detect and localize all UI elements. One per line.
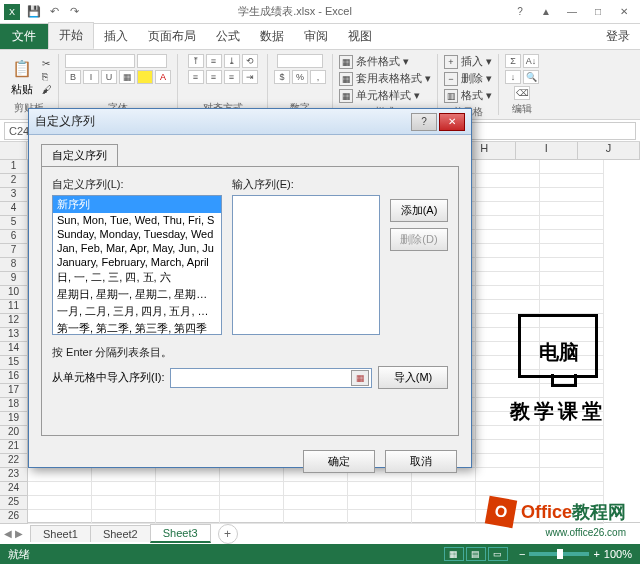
comma[interactable]: , — [310, 70, 326, 84]
cell[interactable] — [540, 468, 604, 482]
zoom-slider[interactable] — [529, 552, 589, 556]
view-page-break-button[interactable]: ▭ — [488, 547, 508, 561]
cell[interactable] — [348, 496, 412, 510]
cell[interactable] — [412, 482, 476, 496]
row-header[interactable]: 16 — [0, 370, 28, 384]
cell[interactable] — [540, 300, 604, 314]
row-header[interactable]: 22 — [0, 454, 28, 468]
cell[interactable] — [540, 272, 604, 286]
row-header[interactable]: 1 — [0, 160, 28, 174]
cell[interactable] — [540, 216, 604, 230]
row-header[interactable]: 23 — [0, 468, 28, 482]
login-link[interactable]: 登录 — [596, 24, 640, 49]
entry-textarea[interactable] — [232, 195, 380, 335]
tab-review[interactable]: 审阅 — [294, 24, 338, 49]
col-j[interactable]: J — [578, 142, 640, 159]
find-button[interactable]: 🔍 — [523, 70, 539, 84]
sheet-nav[interactable]: ◀ ▶ — [4, 528, 23, 539]
cell[interactable] — [92, 510, 156, 524]
row-header[interactable]: 17 — [0, 384, 28, 398]
dialog-tab[interactable]: 自定义序列 — [41, 144, 118, 167]
delete-cells-button[interactable]: −删除 ▾ — [444, 71, 492, 86]
cell[interactable] — [476, 426, 540, 440]
row-header[interactable]: 21 — [0, 440, 28, 454]
row-header[interactable]: 3 — [0, 188, 28, 202]
cell[interactable] — [220, 482, 284, 496]
close-icon[interactable]: ✕ — [612, 4, 636, 20]
cell[interactable] — [476, 468, 540, 482]
cell[interactable] — [540, 426, 604, 440]
redo-icon[interactable]: ↷ — [66, 4, 82, 20]
bold-button[interactable]: B — [65, 70, 81, 84]
cell[interactable] — [476, 244, 540, 258]
autosum-button[interactable]: Σ — [505, 54, 521, 68]
insert-cells-button[interactable]: +插入 ▾ — [444, 54, 492, 69]
cell[interactable] — [220, 496, 284, 510]
tab-insert[interactable]: 插入 — [94, 24, 138, 49]
save-icon[interactable]: 💾 — [26, 4, 42, 20]
align-top[interactable]: ⤒ — [188, 54, 204, 68]
table-format-button[interactable]: ▦套用表格格式 ▾ — [339, 71, 431, 86]
row-header[interactable]: 24 — [0, 482, 28, 496]
zoom-in-button[interactable]: + — [593, 548, 599, 560]
list-item[interactable]: Sunday, Monday, Tuesday, Wed — [53, 227, 221, 241]
tab-file[interactable]: 文件 — [0, 24, 48, 49]
font-name[interactable] — [65, 54, 135, 68]
tab-view[interactable]: 视图 — [338, 24, 382, 49]
cell[interactable] — [476, 174, 540, 188]
undo-icon[interactable]: ↶ — [46, 4, 62, 20]
cell[interactable] — [540, 174, 604, 188]
cell[interactable] — [476, 286, 540, 300]
zoom-out-button[interactable]: − — [519, 548, 525, 560]
row-header[interactable]: 9 — [0, 272, 28, 286]
minimize-icon[interactable]: — — [560, 4, 584, 20]
align-middle[interactable]: ≡ — [206, 54, 222, 68]
font-color-button[interactable]: A — [155, 70, 171, 84]
ribbon-collapse-icon[interactable]: ▲ — [534, 4, 558, 20]
row-header[interactable]: 10 — [0, 286, 28, 300]
row-header[interactable]: 14 — [0, 342, 28, 356]
cell[interactable] — [476, 454, 540, 468]
row-header[interactable]: 6 — [0, 230, 28, 244]
zoom-level[interactable]: 100% — [604, 548, 632, 560]
cell[interactable] — [540, 258, 604, 272]
tab-formula[interactable]: 公式 — [206, 24, 250, 49]
cell[interactable] — [476, 272, 540, 286]
sheet-tab-1[interactable]: Sheet1 — [30, 525, 91, 542]
cell[interactable] — [476, 230, 540, 244]
copy-icon[interactable]: ⎘ — [42, 71, 52, 82]
cell[interactable] — [540, 482, 604, 496]
row-header[interactable]: 20 — [0, 426, 28, 440]
sheet-tab-2[interactable]: Sheet2 — [90, 525, 151, 542]
row-header[interactable]: 12 — [0, 314, 28, 328]
row-header[interactable]: 8 — [0, 258, 28, 272]
cell[interactable] — [28, 496, 92, 510]
align-right[interactable]: ≡ — [224, 70, 240, 84]
list-item[interactable]: 一月, 二月, 三月, 四月, 五月, 六月, — [53, 303, 221, 320]
list-item[interactable]: 第一季, 第二季, 第三季, 第四季 — [53, 320, 221, 335]
cell[interactable] — [156, 496, 220, 510]
ok-button[interactable]: 确定 — [303, 450, 375, 473]
cell-style-button[interactable]: ▦单元格样式 ▾ — [339, 88, 431, 103]
cell[interactable] — [476, 188, 540, 202]
cell[interactable] — [412, 510, 476, 524]
currency[interactable]: $ — [274, 70, 290, 84]
sort-filter-button[interactable]: A↓ — [523, 54, 539, 68]
fill-button[interactable]: ↓ — [505, 70, 521, 84]
row-header[interactable]: 26 — [0, 510, 28, 524]
tab-layout[interactable]: 页面布局 — [138, 24, 206, 49]
number-format[interactable] — [277, 54, 323, 68]
cell[interactable] — [476, 482, 540, 496]
cut-icon[interactable]: ✂ — [42, 58, 52, 69]
row-header[interactable]: 2 — [0, 174, 28, 188]
format-painter-icon[interactable]: 🖌 — [42, 84, 52, 95]
tab-home[interactable]: 开始 — [48, 22, 94, 49]
row-header[interactable]: 4 — [0, 202, 28, 216]
paste-button[interactable]: 📋 粘贴 — [6, 54, 38, 99]
custom-lists-listbox[interactable]: 新序列Sun, Mon, Tue, Wed, Thu, Fri, SSunday… — [52, 195, 222, 335]
row-header[interactable]: 13 — [0, 328, 28, 342]
cell[interactable] — [476, 300, 540, 314]
conditional-format-button[interactable]: ▦条件格式 ▾ — [339, 54, 431, 69]
cell[interactable] — [220, 510, 284, 524]
cell[interactable] — [284, 510, 348, 524]
